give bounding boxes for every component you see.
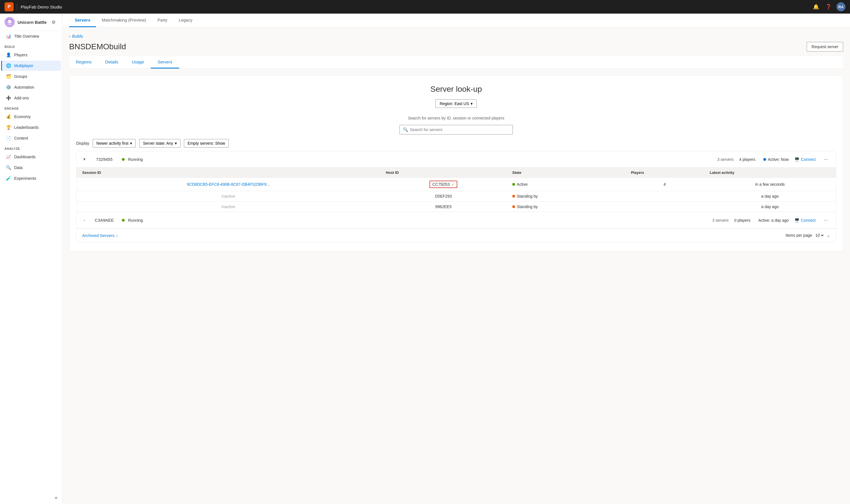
main-tabs: Servers Matchmaking (Preview) Party Lega…	[62, 14, 850, 27]
sub-tab-details[interactable]: Details	[98, 56, 125, 69]
archived-servers-label: Archived Servers	[82, 233, 115, 238]
sub-tab-servers[interactable]: Servers	[151, 56, 179, 69]
request-server-button[interactable]: Request server	[806, 42, 843, 52]
region-dropdown-btn[interactable]: Region: East US ▾	[435, 100, 477, 108]
economy-icon: 💰	[6, 114, 11, 120]
connect-button-0[interactable]: 🖥️ Connect	[792, 156, 818, 163]
sidebar-label-leaderboards: Leaderboards	[14, 125, 38, 130]
group-header-7329455[interactable]: ▼ 7329455 Running 3 servers 4 players Ac…	[76, 151, 836, 168]
sidebar-item-data[interactable]: 🔍 Data	[1, 163, 61, 173]
connect-button-1[interactable]: 🖥️ Connect	[792, 217, 818, 224]
display-filter-value: Newer activity first	[96, 141, 128, 146]
sidebar-item-leaderboards[interactable]: 🏆 Leaderboards	[1, 122, 61, 132]
sidebar-item-multiplayer[interactable]: 🌐 Multiplayer	[1, 60, 61, 71]
sidebar-label-addons: Add-ons	[14, 96, 29, 100]
session-id-link[interactable]: 9CD8DCB5-EFC8-490B-8C87-DB4F52DBF9...	[187, 182, 270, 186]
sidebar-item-title-overview[interactable]: 📊 Title Overview	[1, 31, 61, 41]
player-count-2: 0 players	[734, 218, 750, 222]
col-host-id: Host ID	[380, 168, 507, 178]
activity-cell-1: a day ago	[704, 191, 836, 202]
activity-cell-2: a day ago	[704, 202, 836, 212]
items-per-page: Items per page 10 25 50 ⌄	[786, 233, 830, 238]
state-label-active: Active	[512, 182, 620, 186]
players-icon: 👤	[6, 52, 11, 58]
archived-servers-link[interactable]: Archived Servers ›	[82, 233, 118, 238]
sidebar-item-players[interactable]: 👤 Players	[1, 50, 61, 60]
more-options-btn-1[interactable]: ···	[821, 216, 830, 224]
sidebar-label-data: Data	[14, 165, 23, 170]
items-per-page-select[interactable]: 10 25 50	[814, 233, 825, 238]
empty-servers-filter-btn[interactable]: Empty servers: Show	[184, 139, 229, 147]
server-state-filter-btn[interactable]: Server state: Any ▾	[139, 139, 180, 147]
user-avatar[interactable]: RA	[836, 2, 846, 11]
sidebar-item-experiments[interactable]: 🧪 Experiments	[1, 173, 61, 183]
inactive-label-2: Inactive	[222, 204, 235, 209]
breadcrumb[interactable]: ‹ Builds	[69, 34, 843, 38]
state-cell-0: Active	[507, 178, 625, 191]
sub-tabs-bar: Regions Details Usage Servers	[69, 56, 843, 69]
sidebar-collapse-btn[interactable]: «	[0, 491, 62, 504]
lookup-description: Search for servers by ID, session or con…	[76, 116, 836, 120]
help-icon[interactable]: ❓	[824, 2, 833, 11]
sidebar-item-economy[interactable]: 💰 Economy	[1, 111, 61, 122]
sidebar-header: Unicorn Battle ⚙	[0, 14, 62, 31]
breadcrumb-arrow-icon: ‹	[69, 34, 71, 38]
session-id-cell: 9CD8DCB5-EFC8-490B-8C87-DB4F52DBF9...	[76, 178, 380, 191]
check-icon: ✓	[451, 182, 454, 186]
sidebar-label-players: Players	[14, 53, 28, 57]
group-header-c3a9aee[interactable]: › C3A9AEE Running 3 servers 0 players Ac…	[76, 212, 836, 229]
sidebar-item-content[interactable]: 📄 Content	[1, 133, 61, 143]
table-footer: Archived Servers › Items per page 10 25 …	[76, 229, 836, 242]
group-collapse-icon: ▼	[82, 157, 87, 161]
sidebar-item-addons[interactable]: ➕ Add-ons	[1, 93, 61, 103]
host-id-cell-1: D5EF293	[380, 191, 507, 202]
running-status-dot	[122, 158, 125, 161]
chevron-down-icon: ▾	[471, 101, 473, 106]
addons-icon: ➕	[6, 95, 11, 101]
players-cell-0: 4	[625, 178, 704, 191]
tab-matchmaking[interactable]: Matchmaking (Preview)	[96, 14, 152, 27]
sidebar-item-groups[interactable]: 🗂️ Groups	[1, 71, 61, 82]
more-options-btn-0[interactable]: ···	[821, 155, 830, 163]
sidebar-label-multiplayer: Multiplayer	[14, 64, 33, 68]
tab-party[interactable]: Party	[152, 14, 173, 27]
sidebar: Unicorn Battle ⚙ 📊 Title Overview BUILD …	[0, 14, 62, 504]
region-label: Region: East US	[440, 101, 469, 106]
monitor-icon: 🖥️	[795, 157, 799, 162]
display-filter-btn[interactable]: Newer activity first ▾	[93, 139, 136, 147]
group-id-label: 7329455	[90, 157, 118, 162]
sidebar-game-title: Unicorn Battle	[18, 20, 47, 25]
active-label: Active: Now	[768, 157, 789, 162]
sidebar-label-automation: Automation	[14, 85, 34, 89]
state-text-2: Standing by	[517, 204, 538, 209]
tab-legacy[interactable]: Legacy	[173, 14, 198, 27]
sidebar-label-content: Content	[14, 136, 28, 141]
sub-tab-regions[interactable]: Regions	[69, 56, 98, 69]
group-detail-table-0: Session ID Host ID State Players Latest …	[76, 168, 836, 212]
group-expand-icon: ›	[82, 218, 87, 222]
groups-icon: 🗂️	[6, 74, 11, 79]
notification-icon[interactable]: 🔔	[812, 2, 820, 11]
display-filter-label: Display	[76, 141, 89, 146]
main-area: Servers Matchmaking (Preview) Party Lega…	[62, 14, 850, 504]
app-logo: P	[4, 2, 14, 11]
tab-servers[interactable]: Servers	[69, 14, 96, 27]
active-state-dot	[512, 183, 515, 186]
sub-tab-usage[interactable]: Usage	[125, 56, 151, 69]
group-row-c3a9aee: › C3A9AEE Running 3 servers 0 players Ac…	[76, 212, 836, 229]
dashboards-icon: 📈	[6, 154, 11, 160]
app-body: Unicorn Battle ⚙ 📊 Title Overview BUILD …	[0, 14, 850, 504]
display-chevron-icon: ▾	[130, 141, 132, 146]
host-id-highlighted-box: CC75D53 ✓	[430, 181, 457, 188]
server-search-input[interactable]	[399, 125, 513, 134]
globe-icon: 🌐	[6, 63, 11, 69]
inactive-label-1: Inactive	[222, 194, 235, 198]
session-id-cell-2: Inactive	[76, 202, 380, 212]
session-id-cell-1: Inactive	[76, 191, 380, 202]
sidebar-avatar	[4, 17, 15, 27]
sidebar-item-automation[interactable]: ⚙️ Automation	[1, 82, 61, 92]
items-per-page-label: Items per page	[786, 233, 812, 237]
settings-icon[interactable]: ⚙	[50, 18, 57, 26]
group-row-7329455: ▼ 7329455 Running 3 servers 4 players Ac…	[76, 151, 836, 212]
sidebar-item-dashboards[interactable]: 📈 Dashboards	[1, 152, 61, 162]
